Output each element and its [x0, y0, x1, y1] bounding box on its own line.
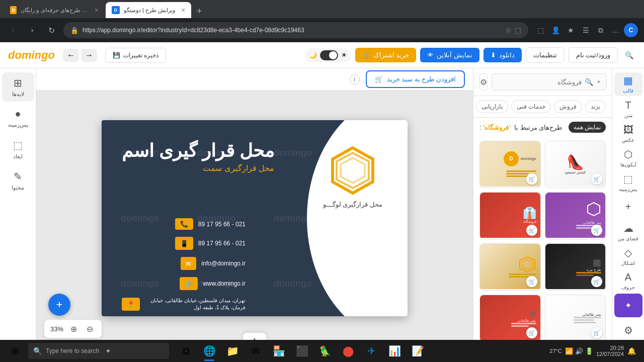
temperature-text: 27°C: [549, 348, 562, 354]
tool-layers[interactable]: ⊞ لایه‌ها: [2, 72, 34, 102]
filter-button[interactable]: ⚙: [479, 73, 488, 90]
zoom-in-button[interactable]: ⊕: [67, 323, 79, 335]
online-button[interactable]: 👁 نمایش آنلاین: [420, 48, 479, 62]
category-technical[interactable]: خدمات فنی: [511, 100, 551, 113]
taskbar-telegram[interactable]: ✈: [360, 340, 382, 362]
right-icon-shapes[interactable]: ◇ اشکال: [614, 244, 642, 268]
taskbar-word[interactable]: 📝: [407, 340, 429, 362]
search-header-button[interactable]: 🔍: [622, 48, 636, 62]
canvas-wrapper[interactable]: domingodomingodomingodomingo domingodomi…: [36, 90, 473, 346]
split-button[interactable]: ⧉: [594, 23, 608, 37]
subscribe-button[interactable]: 🛒 خرید اشتراک: [355, 48, 417, 62]
taskbar-parrot[interactable]: 🦜: [314, 340, 336, 362]
tc-label-8: نصر طالقانی: [582, 313, 601, 317]
eye-icon: 👁: [427, 51, 434, 59]
email-badge: ✉: [181, 257, 196, 270]
template-card-5[interactable]: 🛒: [479, 243, 541, 291]
taskbar-clock[interactable]: 20:28 12/07/2024: [596, 345, 624, 357]
zoom-out-button[interactable]: ⊖: [84, 323, 96, 335]
design-card[interactable]: domingodomingodomingodomingo domingodomi…: [102, 120, 408, 316]
tc-cart-5[interactable]: 🛒: [526, 276, 537, 287]
template-card-2[interactable]: 👠 کشش حسنعود 🛒: [545, 141, 606, 188]
new-tab-button[interactable]: +: [192, 4, 206, 18]
layers-icon: ⊞: [14, 77, 22, 89]
right-icon-icons[interactable]: ⬡ آیکون‌ها: [614, 146, 642, 170]
tc-cart-1[interactable]: 🛒: [526, 173, 537, 185]
template-search-input[interactable]: [497, 78, 582, 86]
taskbar-edge[interactable]: 🌐: [198, 340, 220, 362]
forward-button[interactable]: ›: [25, 23, 39, 37]
theme-toggle[interactable]: 🌙 ☀: [305, 48, 351, 62]
taskbar-taskview[interactable]: ⧉: [175, 340, 197, 362]
download-button[interactable]: ⬇ دانلود: [484, 48, 522, 62]
show-all-button[interactable]: نمایش همه: [569, 122, 606, 133]
settings-button[interactable]: تنظیمات: [526, 47, 565, 63]
template-card-8[interactable]: نصر طالقانی 🛒: [545, 295, 606, 342]
tc-cart-6[interactable]: 🛒: [591, 276, 602, 287]
category-sales[interactable]: فروش: [554, 100, 582, 113]
right-icon-ai[interactable]: ✦: [614, 294, 642, 317]
tab-2[interactable]: D ویرایش طرح | دومینگو ×: [106, 2, 191, 18]
template-card-6[interactable]: ▦ طرح تیره 🛒: [545, 243, 606, 291]
back-button[interactable]: ‹: [6, 23, 20, 37]
start-button[interactable]: ⊞: [4, 343, 26, 359]
taskbar-search-box[interactable]: 🔍 Type here to search ✦: [28, 343, 169, 359]
taskbar-excel[interactable]: 📊: [383, 340, 406, 362]
right-icon-template[interactable]: ▦ قالب: [614, 72, 642, 96]
template-card-3[interactable]: 👔 فروشگاه 🛒: [479, 192, 541, 239]
info-button[interactable]: i: [350, 74, 360, 84]
address-badge: 📍: [122, 298, 140, 311]
refresh-button[interactable]: ↻: [44, 23, 58, 37]
add-element-button[interactable]: +: [48, 294, 70, 316]
right-icon-add[interactable]: +: [614, 196, 642, 219]
notification-button[interactable]: 🔔: [627, 346, 636, 355]
template-card-4[interactable]: میر طالقانی 🛒: [545, 192, 606, 239]
right-icon-myspace[interactable]: ☁ فضای من: [614, 220, 642, 243]
tc-cart-2[interactable]: 🛒: [591, 173, 602, 185]
taskbar-explorer[interactable]: 📁: [221, 340, 244, 362]
star-icon[interactable]: ☆: [505, 26, 512, 34]
tab1-close[interactable]: ×: [95, 6, 99, 14]
taskbar-terminal[interactable]: ⬛: [291, 340, 313, 362]
right-icon-fonts[interactable]: A حروف: [614, 269, 642, 293]
right-icon-background[interactable]: ⬚ پس‌زمینه: [614, 171, 642, 195]
more-button[interactable]: …: [609, 23, 623, 37]
save-button[interactable]: 💾 ذخیره تغییرات: [105, 48, 166, 63]
tool-dimensions[interactable]: ⬚ ابعاد: [2, 135, 34, 164]
save-icon: 💾: [113, 52, 120, 59]
collections-button[interactable]: ☰: [579, 23, 593, 37]
tab2-close[interactable]: ×: [181, 6, 185, 14]
right-icon-image[interactable]: 🖼 عکس: [614, 122, 642, 145]
extensions-button[interactable]: ⬚: [533, 23, 547, 37]
panel-title-suffix: :: [479, 124, 481, 131]
undo-button[interactable]: ←: [63, 49, 79, 62]
right-icon-gear[interactable]: ⚙: [614, 318, 642, 342]
tab-1[interactable]: D قالب‌ها و طرح‌های حرفه‌ای و رایگان ×: [4, 2, 105, 18]
redo-button[interactable]: →: [81, 49, 97, 62]
taskbar-mail[interactable]: ✉: [245, 340, 267, 362]
category-brand[interactable]: برند: [585, 100, 606, 113]
tool-background[interactable]: ● پس‌زمینه: [2, 104, 34, 133]
tool-content[interactable]: ✎ محتوا: [2, 166, 34, 195]
taskbar-weather[interactable]: 27°C: [549, 348, 562, 354]
template-card-7[interactable]: ⚙ نصر طالقانی 🛒: [479, 295, 541, 342]
template-search-box[interactable]: 🔍 ✦: [492, 73, 607, 90]
toggle-switch[interactable]: [320, 50, 338, 60]
tc-cart-7[interactable]: 🛒: [526, 327, 537, 338]
template-card-1[interactable]: D domingo 🛒: [479, 141, 541, 188]
tools-sidebar: ⊞ لایه‌ها ● پس‌زمینه ⬚ ابعاد ✎ محتوا: [0, 68, 36, 346]
add-to-cart-button[interactable]: 🛒 افزودن طرح به سبد خرید: [366, 70, 465, 88]
right-icon-text[interactable]: T متن: [614, 97, 642, 121]
favorites-button[interactable]: ★: [564, 23, 578, 37]
copilot-button[interactable]: C: [624, 23, 638, 37]
tc-cart-3[interactable]: 🛒: [526, 225, 537, 236]
taskbar-store[interactable]: 🏪: [268, 340, 290, 362]
taskbar-chrome[interactable]: ⬤: [337, 340, 359, 362]
auth-button[interactable]: ورود/ثبت نام: [569, 47, 618, 63]
category-marketing[interactable]: بازاریابی: [476, 100, 508, 113]
addressbar[interactable]: 🔒 https://app.domingo.ir/editor?industry…: [63, 22, 528, 38]
tc-cart-4[interactable]: 🛒: [591, 225, 602, 236]
tc-cart-8[interactable]: 🛒: [591, 327, 602, 338]
profile-button[interactable]: 👤: [548, 23, 562, 37]
extension-icon[interactable]: ⬚: [515, 26, 521, 34]
